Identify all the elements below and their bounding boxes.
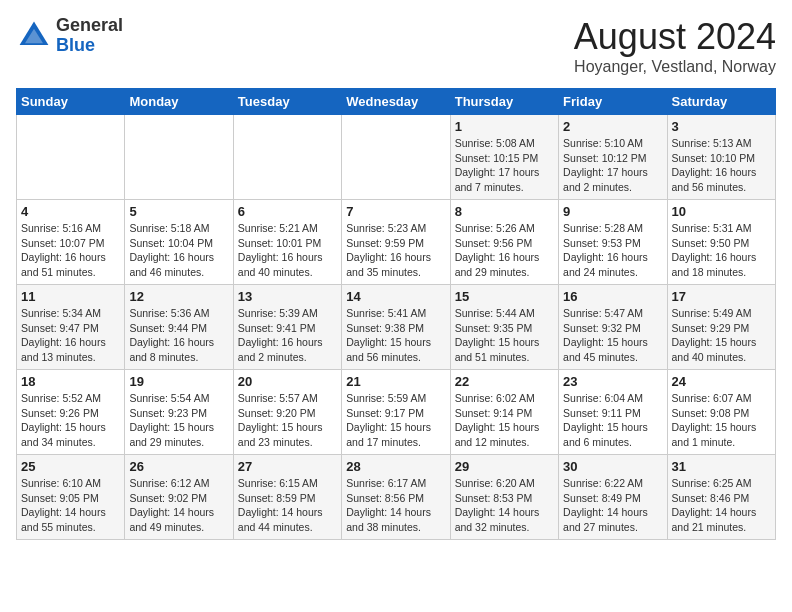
calendar-day-cell: 4Sunrise: 5:16 AM Sunset: 10:07 PM Dayli… bbox=[17, 200, 125, 285]
day-info: Sunrise: 5:57 AM Sunset: 9:20 PM Dayligh… bbox=[238, 391, 337, 450]
calendar-day-cell: 14Sunrise: 5:41 AM Sunset: 9:38 PM Dayli… bbox=[342, 285, 450, 370]
day-number: 26 bbox=[129, 459, 228, 474]
day-info: Sunrise: 6:20 AM Sunset: 8:53 PM Dayligh… bbox=[455, 476, 554, 535]
calendar-day-cell: 17Sunrise: 5:49 AM Sunset: 9:29 PM Dayli… bbox=[667, 285, 775, 370]
day-info: Sunrise: 5:31 AM Sunset: 9:50 PM Dayligh… bbox=[672, 221, 771, 280]
day-info: Sunrise: 5:21 AM Sunset: 10:01 PM Daylig… bbox=[238, 221, 337, 280]
day-number: 9 bbox=[563, 204, 662, 219]
calendar-subtitle: Hoyanger, Vestland, Norway bbox=[574, 58, 776, 76]
calendar-day-cell: 3Sunrise: 5:13 AM Sunset: 10:10 PM Dayli… bbox=[667, 115, 775, 200]
calendar-day-cell: 13Sunrise: 5:39 AM Sunset: 9:41 PM Dayli… bbox=[233, 285, 341, 370]
day-number: 7 bbox=[346, 204, 445, 219]
calendar-day-cell: 30Sunrise: 6:22 AM Sunset: 8:49 PM Dayli… bbox=[559, 455, 667, 540]
calendar-day-cell: 18Sunrise: 5:52 AM Sunset: 9:26 PM Dayli… bbox=[17, 370, 125, 455]
day-info: Sunrise: 5:49 AM Sunset: 9:29 PM Dayligh… bbox=[672, 306, 771, 365]
day-number: 22 bbox=[455, 374, 554, 389]
day-info: Sunrise: 6:25 AM Sunset: 8:46 PM Dayligh… bbox=[672, 476, 771, 535]
day-info: Sunrise: 6:22 AM Sunset: 8:49 PM Dayligh… bbox=[563, 476, 662, 535]
day-number: 27 bbox=[238, 459, 337, 474]
day-number: 28 bbox=[346, 459, 445, 474]
weekday-header: Wednesday bbox=[342, 89, 450, 115]
weekday-header: Tuesday bbox=[233, 89, 341, 115]
day-info: Sunrise: 6:17 AM Sunset: 8:56 PM Dayligh… bbox=[346, 476, 445, 535]
calendar-week-row: 4Sunrise: 5:16 AM Sunset: 10:07 PM Dayli… bbox=[17, 200, 776, 285]
logo: General Blue bbox=[16, 16, 123, 56]
calendar-title: August 2024 bbox=[574, 16, 776, 58]
day-number: 10 bbox=[672, 204, 771, 219]
calendar-week-row: 25Sunrise: 6:10 AM Sunset: 9:05 PM Dayli… bbox=[17, 455, 776, 540]
day-info: Sunrise: 5:44 AM Sunset: 9:35 PM Dayligh… bbox=[455, 306, 554, 365]
day-info: Sunrise: 5:39 AM Sunset: 9:41 PM Dayligh… bbox=[238, 306, 337, 365]
day-number: 20 bbox=[238, 374, 337, 389]
day-info: Sunrise: 5:36 AM Sunset: 9:44 PM Dayligh… bbox=[129, 306, 228, 365]
day-number: 25 bbox=[21, 459, 120, 474]
calendar-day-cell: 2Sunrise: 5:10 AM Sunset: 10:12 PM Dayli… bbox=[559, 115, 667, 200]
day-info: Sunrise: 5:47 AM Sunset: 9:32 PM Dayligh… bbox=[563, 306, 662, 365]
calendar-day-cell: 25Sunrise: 6:10 AM Sunset: 9:05 PM Dayli… bbox=[17, 455, 125, 540]
day-info: Sunrise: 5:34 AM Sunset: 9:47 PM Dayligh… bbox=[21, 306, 120, 365]
calendar-header: SundayMondayTuesdayWednesdayThursdayFrid… bbox=[17, 89, 776, 115]
day-info: Sunrise: 5:08 AM Sunset: 10:15 PM Daylig… bbox=[455, 136, 554, 195]
day-number: 6 bbox=[238, 204, 337, 219]
calendar-day-cell: 8Sunrise: 5:26 AM Sunset: 9:56 PM Daylig… bbox=[450, 200, 558, 285]
calendar-day-cell: 19Sunrise: 5:54 AM Sunset: 9:23 PM Dayli… bbox=[125, 370, 233, 455]
day-info: Sunrise: 5:26 AM Sunset: 9:56 PM Dayligh… bbox=[455, 221, 554, 280]
day-number: 23 bbox=[563, 374, 662, 389]
day-number: 21 bbox=[346, 374, 445, 389]
day-number: 2 bbox=[563, 119, 662, 134]
title-block: August 2024 Hoyanger, Vestland, Norway bbox=[574, 16, 776, 76]
calendar-day-cell: 11Sunrise: 5:34 AM Sunset: 9:47 PM Dayli… bbox=[17, 285, 125, 370]
calendar-body: 1Sunrise: 5:08 AM Sunset: 10:15 PM Dayli… bbox=[17, 115, 776, 540]
day-number: 29 bbox=[455, 459, 554, 474]
day-info: Sunrise: 6:04 AM Sunset: 9:11 PM Dayligh… bbox=[563, 391, 662, 450]
calendar-day-cell bbox=[17, 115, 125, 200]
day-number: 31 bbox=[672, 459, 771, 474]
calendar-day-cell: 15Sunrise: 5:44 AM Sunset: 9:35 PM Dayli… bbox=[450, 285, 558, 370]
day-number: 11 bbox=[21, 289, 120, 304]
calendar-day-cell: 16Sunrise: 5:47 AM Sunset: 9:32 PM Dayli… bbox=[559, 285, 667, 370]
weekday-header: Sunday bbox=[17, 89, 125, 115]
weekday-header: Saturday bbox=[667, 89, 775, 115]
day-number: 1 bbox=[455, 119, 554, 134]
day-number: 4 bbox=[21, 204, 120, 219]
calendar-table: SundayMondayTuesdayWednesdayThursdayFrid… bbox=[16, 88, 776, 540]
day-number: 19 bbox=[129, 374, 228, 389]
calendar-week-row: 18Sunrise: 5:52 AM Sunset: 9:26 PM Dayli… bbox=[17, 370, 776, 455]
day-number: 16 bbox=[563, 289, 662, 304]
calendar-day-cell bbox=[342, 115, 450, 200]
day-number: 3 bbox=[672, 119, 771, 134]
day-number: 13 bbox=[238, 289, 337, 304]
calendar-day-cell: 21Sunrise: 5:59 AM Sunset: 9:17 PM Dayli… bbox=[342, 370, 450, 455]
day-info: Sunrise: 6:02 AM Sunset: 9:14 PM Dayligh… bbox=[455, 391, 554, 450]
day-info: Sunrise: 5:16 AM Sunset: 10:07 PM Daylig… bbox=[21, 221, 120, 280]
day-info: Sunrise: 5:54 AM Sunset: 9:23 PM Dayligh… bbox=[129, 391, 228, 450]
day-number: 15 bbox=[455, 289, 554, 304]
day-number: 30 bbox=[563, 459, 662, 474]
calendar-day-cell: 20Sunrise: 5:57 AM Sunset: 9:20 PM Dayli… bbox=[233, 370, 341, 455]
calendar-day-cell: 22Sunrise: 6:02 AM Sunset: 9:14 PM Dayli… bbox=[450, 370, 558, 455]
page-header: General Blue August 2024 Hoyanger, Vestl… bbox=[16, 16, 776, 76]
calendar-day-cell: 26Sunrise: 6:12 AM Sunset: 9:02 PM Dayli… bbox=[125, 455, 233, 540]
calendar-day-cell bbox=[125, 115, 233, 200]
calendar-day-cell: 12Sunrise: 5:36 AM Sunset: 9:44 PM Dayli… bbox=[125, 285, 233, 370]
day-info: Sunrise: 5:41 AM Sunset: 9:38 PM Dayligh… bbox=[346, 306, 445, 365]
day-number: 5 bbox=[129, 204, 228, 219]
day-info: Sunrise: 5:23 AM Sunset: 9:59 PM Dayligh… bbox=[346, 221, 445, 280]
day-info: Sunrise: 6:15 AM Sunset: 8:59 PM Dayligh… bbox=[238, 476, 337, 535]
calendar-day-cell: 6Sunrise: 5:21 AM Sunset: 10:01 PM Dayli… bbox=[233, 200, 341, 285]
calendar-day-cell: 24Sunrise: 6:07 AM Sunset: 9:08 PM Dayli… bbox=[667, 370, 775, 455]
day-info: Sunrise: 5:10 AM Sunset: 10:12 PM Daylig… bbox=[563, 136, 662, 195]
day-number: 12 bbox=[129, 289, 228, 304]
logo-text: General Blue bbox=[56, 16, 123, 56]
day-info: Sunrise: 6:10 AM Sunset: 9:05 PM Dayligh… bbox=[21, 476, 120, 535]
day-info: Sunrise: 6:07 AM Sunset: 9:08 PM Dayligh… bbox=[672, 391, 771, 450]
calendar-day-cell: 5Sunrise: 5:18 AM Sunset: 10:04 PM Dayli… bbox=[125, 200, 233, 285]
day-info: Sunrise: 5:28 AM Sunset: 9:53 PM Dayligh… bbox=[563, 221, 662, 280]
calendar-day-cell: 7Sunrise: 5:23 AM Sunset: 9:59 PM Daylig… bbox=[342, 200, 450, 285]
calendar-day-cell: 28Sunrise: 6:17 AM Sunset: 8:56 PM Dayli… bbox=[342, 455, 450, 540]
weekday-header: Monday bbox=[125, 89, 233, 115]
header-row: SundayMondayTuesdayWednesdayThursdayFrid… bbox=[17, 89, 776, 115]
weekday-header: Thursday bbox=[450, 89, 558, 115]
calendar-day-cell bbox=[233, 115, 341, 200]
day-number: 17 bbox=[672, 289, 771, 304]
